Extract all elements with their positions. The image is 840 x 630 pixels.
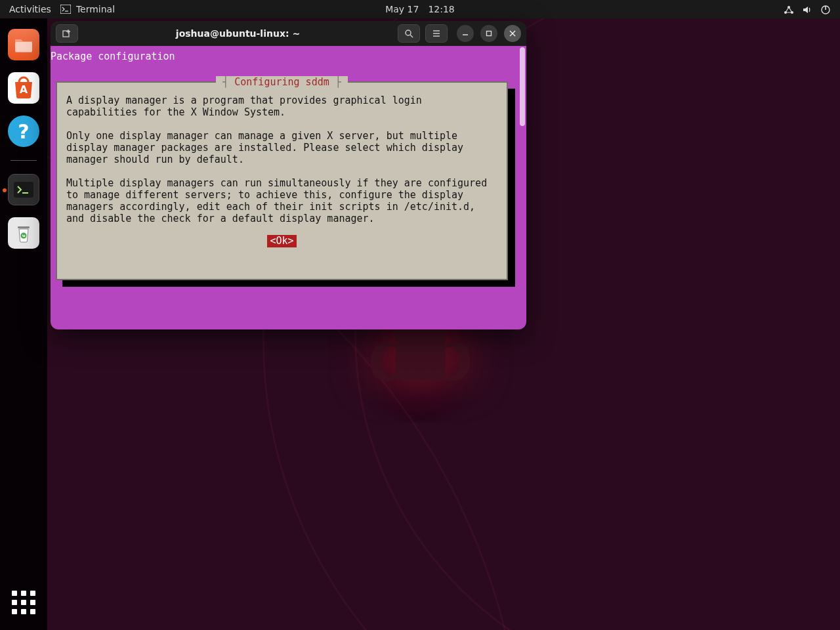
power-icon[interactable] bbox=[820, 4, 831, 15]
search-button[interactable] bbox=[398, 24, 420, 43]
top-bar: Activities Terminal May 17 12:18 bbox=[0, 0, 840, 18]
close-button[interactable] bbox=[504, 25, 521, 42]
terminal-icon bbox=[60, 5, 71, 14]
dialog-title: Configuring sddm bbox=[216, 76, 348, 88]
window-titlebar[interactable]: joshua@ubuntu-linux: ~ bbox=[51, 21, 526, 46]
dialog-text-1: A display manager is a program that prov… bbox=[66, 94, 497, 118]
maximize-button[interactable] bbox=[480, 25, 497, 42]
dock-item-files[interactable] bbox=[8, 29, 39, 60]
scrollbar-thumb[interactable] bbox=[520, 47, 525, 126]
svg-rect-7 bbox=[15, 42, 32, 52]
window-title: joshua@ubuntu-linux: ~ bbox=[83, 28, 392, 39]
dock-item-trash[interactable] bbox=[8, 217, 39, 249]
apps-grid-icon bbox=[12, 591, 35, 614]
activities-button[interactable]: Activities bbox=[9, 4, 51, 14]
package-config-header: Package configuration bbox=[51, 51, 175, 62]
new-tab-button[interactable] bbox=[56, 24, 78, 43]
svg-text:A: A bbox=[20, 83, 28, 96]
ok-button[interactable]: <Ok> bbox=[267, 235, 296, 247]
network-icon[interactable] bbox=[784, 4, 794, 15]
active-app-label: Terminal bbox=[76, 4, 115, 14]
scrollbar[interactable] bbox=[520, 47, 525, 328]
svg-rect-22 bbox=[487, 32, 492, 36]
svg-rect-11 bbox=[18, 226, 30, 228]
minimize-button[interactable] bbox=[457, 25, 474, 42]
clock[interactable]: May 17 12:18 bbox=[385, 4, 455, 14]
svg-point-16 bbox=[406, 30, 411, 35]
clock-date: May 17 bbox=[385, 4, 419, 14]
dialog-text-3: Multiple display managers can run simult… bbox=[66, 177, 497, 224]
config-dialog: Configuring sddm A display manager is a … bbox=[56, 81, 508, 280]
volume-icon[interactable] bbox=[802, 4, 812, 15]
active-app-indicator[interactable]: Terminal bbox=[60, 4, 115, 14]
terminal-window: joshua@ubuntu-linux: ~ Package configura… bbox=[51, 21, 526, 329]
dock-separator bbox=[10, 160, 37, 161]
svg-rect-9 bbox=[14, 182, 33, 198]
show-applications-button[interactable] bbox=[0, 591, 47, 614]
dock-item-help[interactable]: ? bbox=[8, 116, 39, 147]
dock-item-terminal[interactable] bbox=[8, 174, 39, 205]
svg-rect-0 bbox=[60, 5, 71, 14]
dock: A ? bbox=[0, 18, 47, 630]
svg-line-17 bbox=[410, 35, 413, 37]
clock-time: 12:18 bbox=[428, 4, 454, 14]
dock-item-ubuntu-software[interactable]: A bbox=[8, 72, 39, 104]
dialog-text-2: Only one display manager can manage a gi… bbox=[66, 130, 497, 165]
hamburger-menu-button[interactable] bbox=[425, 24, 448, 43]
terminal-body[interactable]: Package configuration Configuring sddm A… bbox=[51, 46, 526, 329]
